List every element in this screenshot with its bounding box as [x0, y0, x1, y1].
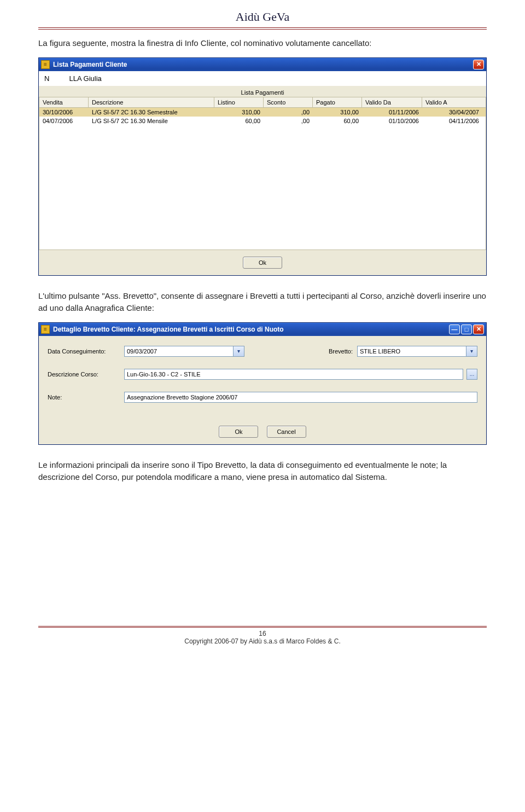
page-title: Aidù GeVa — [38, 0, 487, 28]
copyright-text: Copyright 2006-07 by Aidù s.a.s di Marco… — [38, 637, 487, 645]
button-bar: Ok Cancel — [39, 419, 486, 444]
grid-header: Vendita Descrizione Listino Sconto Pagat… — [39, 97, 486, 108]
titlebar[interactable]: ≡ Dettaglio Brevetto Cliente: Assegnazio… — [39, 323, 486, 336]
cell-descrizione: L/G SI-5/7 2C 16.30 Semestrale — [89, 108, 214, 117]
cancel-button[interactable]: Cancel — [267, 426, 306, 438]
row-note: Note: — [48, 392, 477, 403]
app-icon: ≡ — [41, 325, 50, 334]
footer-rule — [38, 626, 487, 627]
cell-listino: 310,00 — [214, 108, 264, 117]
data-conseguimento-input[interactable] — [124, 346, 234, 357]
intro-paragraph: La figura seguente, mostra la finestra d… — [38, 37, 487, 50]
minimize-icon[interactable]: ― — [449, 324, 460, 334]
cell-pagato: 60,00 — [313, 117, 362, 125]
label-note: Note: — [48, 394, 124, 401]
cell-sconto: ,00 — [264, 108, 313, 117]
label-brevetto: Brevetto: — [313, 348, 357, 355]
cell-sconto: ,00 — [264, 117, 313, 125]
cell-vendita: 04/07/2006 — [39, 117, 89, 125]
cell-listino: 60,00 — [214, 117, 264, 125]
grid-caption: Lista Pagamenti — [39, 86, 486, 97]
close-icon[interactable]: ✕ — [473, 60, 484, 69]
ok-button[interactable]: Ok — [243, 257, 282, 269]
mid-paragraph-2: Le informazioni principali da inserire s… — [38, 459, 487, 484]
browse-corso-button[interactable]: ... — [466, 369, 477, 380]
brevetto-field[interactable]: ▾ — [357, 346, 477, 357]
cell-pagato: 310,00 — [313, 108, 362, 117]
col-valido-da[interactable]: Valido Da — [362, 97, 422, 107]
maximize-icon[interactable]: □ — [461, 324, 472, 334]
label-data-conseguimento: Data Conseguimento: — [48, 348, 124, 355]
brevetto-input[interactable] — [357, 346, 466, 357]
cell-descrizione: L/G SI-5/7 2C 16.30 Mensile — [89, 117, 214, 125]
row-descrizione-corso: Descrizione Corso: ... — [48, 369, 477, 380]
page-footer: 16 Copyright 2006-07 by Aidù s.a.s di Ma… — [38, 628, 487, 645]
chevron-down-icon[interactable]: ▾ — [234, 346, 244, 357]
note-input[interactable] — [124, 392, 477, 403]
table-row[interactable]: 30/10/2006 L/G SI-5/7 2C 16.30 Semestral… — [39, 108, 486, 117]
cell-valido-a: 04/11/2006 — [422, 117, 482, 125]
app-icon: ≡ — [41, 60, 50, 69]
table-row[interactable]: 04/07/2006 L/G SI-5/7 2C 16.30 Mensile 6… — [39, 117, 486, 125]
window-title: Lista Pagamenti Cliente — [53, 61, 127, 68]
client-name-row: N LLA Giulia — [39, 71, 486, 86]
lista-pagamenti-window: ≡ Lista Pagamenti Cliente ✕ N LLA Giulia… — [38, 57, 487, 276]
close-icon[interactable]: ✕ — [473, 324, 484, 334]
cell-valido-da: 01/10/2006 — [362, 117, 422, 125]
col-vendita[interactable]: Vendita — [39, 97, 89, 107]
form-area: Data Conseguimento: ▾ Brevetto: ▾ Descri… — [39, 336, 486, 419]
col-valido-a[interactable]: Valido A — [422, 97, 482, 107]
window-title: Dettaglio Brevetto Cliente: Assegnazione… — [53, 326, 284, 333]
cell-valido-a: 30/04/2007 — [422, 108, 482, 117]
col-pagato[interactable]: Pagato — [313, 97, 362, 107]
cell-valido-da: 01/11/2006 — [362, 108, 422, 117]
titlebar[interactable]: ≡ Lista Pagamenti Cliente ✕ — [39, 58, 486, 71]
col-descrizione[interactable]: Descrizione — [89, 97, 214, 107]
ellipsis-icon[interactable]: ... — [466, 369, 477, 380]
label-descrizione-corso: Descrizione Corso: — [48, 371, 124, 378]
grid-body[interactable]: 30/10/2006 L/G SI-5/7 2C 16.30 Semestral… — [39, 108, 486, 250]
descrizione-corso-input[interactable] — [124, 369, 463, 380]
cell-vendita: 30/10/2006 — [39, 108, 89, 117]
client-prefix: N — [44, 74, 49, 83]
chevron-down-icon[interactable]: ▾ — [466, 346, 477, 357]
ok-button[interactable]: Ok — [219, 426, 258, 438]
col-sconto[interactable]: Sconto — [264, 97, 313, 107]
row-data-brevetto: Data Conseguimento: ▾ Brevetto: ▾ — [48, 346, 477, 357]
button-bar: Ok — [39, 250, 486, 275]
col-listino[interactable]: Listino — [214, 97, 264, 107]
data-conseguimento-field[interactable]: ▾ — [124, 346, 244, 357]
page-number: 16 — [38, 630, 487, 637]
mid-paragraph-1: L'ultimo pulsante "Ass. Brevetto", conse… — [38, 290, 487, 315]
header-rule — [38, 29, 487, 30]
dettaglio-brevetto-window: ≡ Dettaglio Brevetto Cliente: Assegnazio… — [38, 322, 487, 445]
client-name: LLA Giulia — [69, 74, 102, 83]
